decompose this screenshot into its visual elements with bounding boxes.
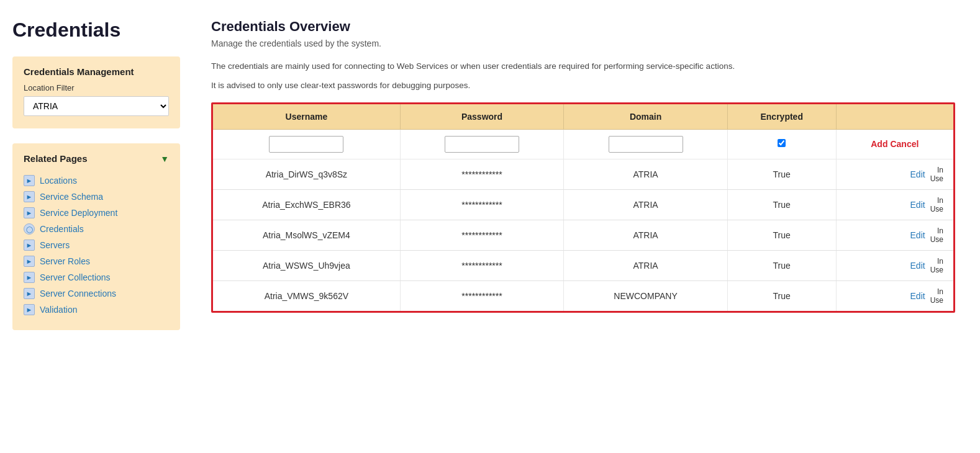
sidebar-item-label: Locations [40,176,77,186]
cell-username: Atria_MsolWS_vZEM4 [213,220,400,250]
in-use-label: InUse [930,287,943,305]
edit-link[interactable]: Edit [910,230,925,240]
table-row: Atria_ExchWS_EBR36 ************ ATRIA Tr… [213,189,953,220]
sidebar-item-label: Validation [40,305,77,315]
cell-password: ************ [400,159,564,189]
cell-password: ************ [400,220,564,250]
collapse-icon[interactable]: ▼ [160,154,169,164]
username-input-cell [213,129,400,159]
encrypted-checkbox-cell [727,129,836,159]
cancel-button[interactable]: Cancel [890,139,919,149]
cell-domain: ATRIA [564,159,728,189]
cell-encrypted: True [727,280,836,311]
cell-action: Edit InUse [836,189,953,220]
cell-domain: ATRIA [564,220,728,250]
cell-encrypted: True [727,220,836,250]
sidebar-item-credentials[interactable]: ◯ Credentials [24,221,169,237]
table-row: Atria_WSWS_Uh9vjea ************ ATRIA Tr… [213,250,953,280]
cell-username: Atria_WSWS_Uh9vjea [213,250,400,280]
sidebar-item-service-schema[interactable]: ► Service Schema [24,189,169,205]
arrow-icon: ► [24,240,35,251]
col-encrypted: Encrypted [727,104,836,130]
location-filter-label: Location Filter [24,83,169,92]
domain-input-cell [564,129,728,159]
sidebar-item-service-deployment[interactable]: ► Service Deployment [24,205,169,221]
table-row: Atria_MsolWS_vZEM4 ************ ATRIA Tr… [213,220,953,250]
cell-username: Atria_VMWS_9k562V [213,280,400,311]
col-password: Password [400,104,564,130]
cell-domain: ATRIA [564,250,728,280]
main-page-title: Credentials Overview [211,19,955,35]
domain-input[interactable] [609,136,683,153]
arrow-icon: ► [24,304,35,315]
credentials-management-box: Credentials Management Location Filter A… [12,56,180,128]
encrypted-checkbox[interactable] [778,139,786,147]
arrow-icon: ► [24,272,35,283]
add-credential-row: AddCancel [213,129,953,159]
cell-domain: ATRIA [564,189,728,220]
arrow-icon: ► [24,288,35,299]
in-use-label: InUse [930,196,943,213]
col-actions [836,104,953,130]
cell-action: Edit InUse [836,220,953,250]
sidebar-item-server-roles[interactable]: ► Server Roles [24,253,169,269]
cell-password: ************ [400,280,564,311]
arrow-icon: ► [24,175,35,186]
cell-encrypted: True [727,159,836,189]
col-domain: Domain [564,104,728,130]
in-use-label: InUse [930,226,943,244]
credentials-table-container: Username Password Domain Encrypted [211,102,955,313]
cell-username: Atria_DirWS_q3v8Sz [213,159,400,189]
sidebar-item-validation[interactable]: ► Validation [24,302,169,318]
table-header-row: Username Password Domain Encrypted [213,104,953,130]
sidebar-item-servers[interactable]: ► Servers [24,237,169,253]
username-input[interactable] [269,136,343,153]
main-page-subtitle: Manage the credentials used by the syste… [211,38,955,48]
arrow-icon: ► [24,256,35,267]
in-use-label: InUse [930,166,943,183]
add-button[interactable]: Add [871,139,887,149]
sidebar-item-server-connections[interactable]: ► Server Connections [24,285,169,302]
description-line2: It is advised to only use clear-text pas… [211,81,955,90]
edit-link[interactable]: Edit [910,291,925,301]
sidebar-item-label: Server Connections [40,289,116,298]
sidebar-item-label: Servers [40,240,70,250]
sidebar-item-label: Service Schema [40,192,103,202]
cell-encrypted: True [727,189,836,220]
sidebar-item-locations[interactable]: ► Locations [24,173,169,189]
arrow-icon: ► [24,207,35,218]
cell-encrypted: True [727,250,836,280]
cell-username: Atria_ExchWS_EBR36 [213,189,400,220]
password-input[interactable] [445,136,519,153]
password-input-cell [400,129,564,159]
in-use-label: InUse [930,257,943,274]
table-row: Atria_VMWS_9k562V ************ NEWCOMPAN… [213,280,953,311]
col-username: Username [213,104,400,130]
sidebar-item-label: Credentials [40,224,84,234]
sidebar-item-label: Service Deployment [40,208,117,218]
table-row: Atria_DirWS_q3v8Sz ************ ATRIA Tr… [213,159,953,189]
credentials-management-title: Credentials Management [24,66,169,77]
sidebar-item-label: Server Roles [40,256,90,266]
description-line1: The credentials are mainly used for conn… [211,60,955,73]
edit-link[interactable]: Edit [910,200,925,210]
page-title: Credentials [12,19,180,42]
cell-domain: NEWCOMPANY [564,280,728,311]
add-cancel-cell: AddCancel [836,129,953,159]
cell-password: ************ [400,189,564,220]
arrow-icon: ► [24,191,35,202]
location-filter-select[interactable]: ATRIA NEWCOMPANY [24,96,169,116]
cell-action: Edit InUse [836,250,953,280]
edit-link[interactable]: Edit [910,169,925,179]
sidebar-item-server-collections[interactable]: ► Server Collections [24,269,169,285]
cell-action: Edit InUse [836,280,953,311]
related-pages-box: Related Pages ▼ ► Locations ► Service Sc… [12,143,180,330]
cell-action: Edit InUse [836,159,953,189]
cell-password: ************ [400,250,564,280]
sidebar: Credentials Credentials Management Locat… [0,0,193,453]
sidebar-item-label: Server Collections [40,272,111,282]
circle-icon: ◯ [24,223,35,235]
credentials-table: Username Password Domain Encrypted [213,104,953,311]
edit-link[interactable]: Edit [910,261,925,271]
main-content: Credentials Overview Manage the credenti… [193,0,980,453]
